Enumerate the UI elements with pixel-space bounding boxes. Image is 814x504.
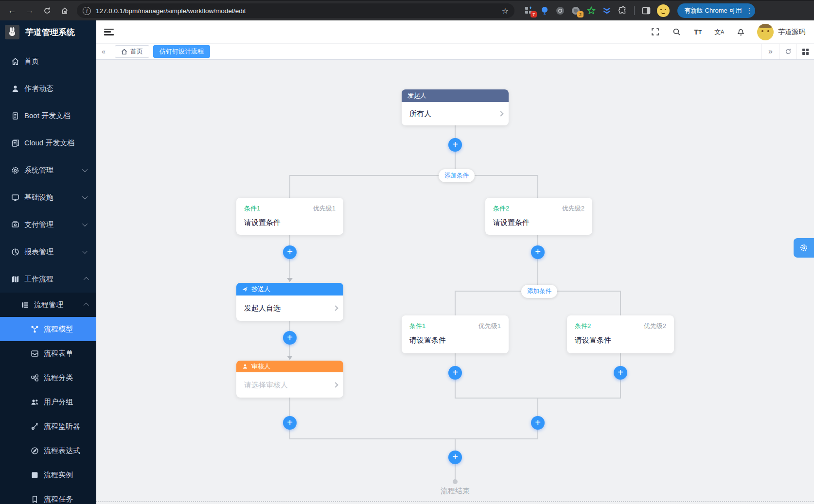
sidebar-item-process-model[interactable]: 流程模型 <box>0 317 96 341</box>
chevron-right-icon <box>333 305 338 311</box>
sidebar-item-payment[interactable]: 支付管理 <box>0 211 96 238</box>
sidebar-item-report[interactable]: 报表管理 <box>0 238 96 265</box>
sidebar-item-process-category[interactable]: 流程分类 <box>0 365 96 390</box>
sidebar-item-process-listener[interactable]: 流程监听器 <box>0 414 96 438</box>
end-dot <box>453 479 458 484</box>
extension-icon-5[interactable] <box>586 6 596 16</box>
tab-workflow-design[interactable]: 仿钉钉设计流程 <box>153 45 210 58</box>
category-icon <box>30 373 39 382</box>
tab-options-grid-icon[interactable] <box>796 44 814 59</box>
browser-home-icon[interactable] <box>57 3 72 18</box>
condition-node-2[interactable]: 条件2 优先级2 请设置条件 <box>485 198 592 235</box>
condition-priority: 优先级2 <box>562 204 584 213</box>
tabs-scroll-right-icon[interactable]: » <box>761 44 779 59</box>
condition-priority: 优先级2 <box>644 322 666 330</box>
site-info-icon[interactable]: i <box>83 7 91 15</box>
extension-icon-1[interactable]: 7 <box>524 6 534 16</box>
add-condition-button[interactable]: 添加条件 <box>521 285 557 298</box>
url-text[interactable]: 127.0.0.1/bpm/manager/simple/workflow/mo… <box>96 7 497 15</box>
extension-icon-6[interactable] <box>602 6 612 16</box>
add-node-button[interactable] <box>531 245 545 259</box>
app-logo <box>5 25 19 39</box>
add-node-button[interactable] <box>283 245 297 259</box>
approver-node-placeholder: 请选择审核人 <box>244 381 288 390</box>
chrome-update-button[interactable]: 有新版 Chrome 可用 ⋮ <box>677 3 755 18</box>
flow-line <box>537 235 538 292</box>
collapse-menu-icon[interactable] <box>104 29 114 35</box>
tab-home[interactable]: 首页 <box>115 45 149 58</box>
flow-line <box>620 291 621 315</box>
sidebar-item-process-form[interactable]: 流程表单 <box>0 341 96 365</box>
nested-condition-node-1[interactable]: 条件1 优先级1 请设置条件 <box>402 315 509 353</box>
condition-node-1[interactable]: 条件1 优先级1 请设置条件 <box>236 198 343 235</box>
browser-profile-avatar[interactable] <box>657 4 670 17</box>
user-group-icon <box>30 398 39 406</box>
sidebar-item-process-instance[interactable]: 流程实例 <box>0 463 96 487</box>
start-node[interactable]: 发起人 所有人 <box>402 89 509 125</box>
sidebar-item-cloud-docs[interactable]: Cloud 开发文档 <box>0 129 96 156</box>
sidebar-item-process-mgmt[interactable]: 流程管理 <box>0 293 96 317</box>
sidebar-item-process-expression[interactable]: 流程表达式 <box>0 438 96 463</box>
fullscreen-icon[interactable] <box>650 27 660 37</box>
add-node-button[interactable] <box>448 451 462 464</box>
address-bar[interactable]: i 127.0.0.1/bpm/manager/simple/workflow/… <box>77 3 514 18</box>
add-node-button[interactable] <box>283 416 297 430</box>
extension-icon-3[interactable] <box>555 6 565 16</box>
cc-node-value: 发起人自选 <box>244 304 281 313</box>
add-node-button[interactable] <box>614 366 627 380</box>
extensions-puzzle-icon[interactable] <box>618 6 627 16</box>
tab-refresh-icon[interactable] <box>779 44 796 59</box>
chrome-update-label: 有新版 Chrome 可用 <box>684 6 742 15</box>
listener-icon <box>30 422 39 431</box>
sidebar-item-user-group[interactable]: 用户分组 <box>0 390 96 414</box>
extension-icon-2[interactable] <box>540 6 549 16</box>
username: 芋道源码 <box>778 28 805 36</box>
workflow-canvas[interactable]: 发起人 所有人 添加条件 添加条件 条件 <box>96 60 814 504</box>
approver-node[interactable]: 审核人 请选择审核人 <box>236 361 343 398</box>
add-node-button[interactable] <box>448 366 462 380</box>
bell-icon[interactable] <box>736 27 745 37</box>
nested-condition-node-2[interactable]: 条件2 优先级2 请设置条件 <box>567 315 674 353</box>
cc-node[interactable]: 抄送人 发起人自选 <box>236 283 343 321</box>
user-icon <box>242 364 248 369</box>
tab-active-label: 仿钉钉设计流程 <box>159 47 204 56</box>
search-icon[interactable] <box>672 27 681 37</box>
gear-icon <box>11 166 19 174</box>
flow-line <box>537 175 538 198</box>
add-node-button[interactable] <box>448 138 462 152</box>
side-panel-icon[interactable] <box>641 6 651 16</box>
forward-icon[interactable]: → <box>22 3 37 18</box>
translate-icon[interactable]: 文A <box>714 27 724 37</box>
task-icon <box>30 495 39 504</box>
cc-node-title: 抄送人 <box>251 285 270 294</box>
condition-name: 条件1 <box>409 322 425 330</box>
sidebar-item-workflow[interactable]: 工作流程 <box>0 265 96 293</box>
font-size-icon[interactable]: TT <box>693 27 703 37</box>
bookmark-star-icon[interactable]: ☆ <box>502 6 509 16</box>
back-icon[interactable]: ← <box>5 3 19 18</box>
documents-icon <box>11 139 19 147</box>
flow-line <box>289 438 538 439</box>
condition-priority: 优先级1 <box>478 322 501 330</box>
add-node-button[interactable] <box>283 331 297 345</box>
reload-icon[interactable] <box>40 3 54 18</box>
tabs-scroll-left-icon[interactable]: « <box>96 44 111 59</box>
monitor-icon <box>11 193 19 202</box>
sidebar-item-process-task[interactable]: 流程任务 <box>0 487 96 504</box>
browser-menu-icon[interactable]: ⋮ <box>745 6 752 15</box>
user-menu[interactable]: 芋道源码 <box>757 24 805 40</box>
settings-gear-button[interactable] <box>794 238 814 258</box>
chevron-right-icon <box>333 382 338 387</box>
extension-icon-4[interactable]: 2 <box>571 6 581 16</box>
sidebar-menu: 首页 作者动态 Boot 开发文档 Cloud 开发文档 系统管理 基础 <box>0 44 96 504</box>
sidebar-item-boot-docs[interactable]: Boot 开发文档 <box>0 102 96 129</box>
add-condition-button[interactable]: 添加条件 <box>439 169 475 182</box>
send-icon <box>242 286 248 292</box>
sidebar-item-author[interactable]: 作者动态 <box>0 75 96 102</box>
sidebar-item-home[interactable]: 首页 <box>0 48 96 75</box>
logo-row[interactable]: 芋道管理系统 <box>0 20 96 44</box>
model-icon <box>30 325 39 333</box>
add-node-button[interactable] <box>531 416 545 430</box>
sidebar-item-infra[interactable]: 基础设施 <box>0 184 96 211</box>
sidebar-item-system[interactable]: 系统管理 <box>0 156 96 184</box>
